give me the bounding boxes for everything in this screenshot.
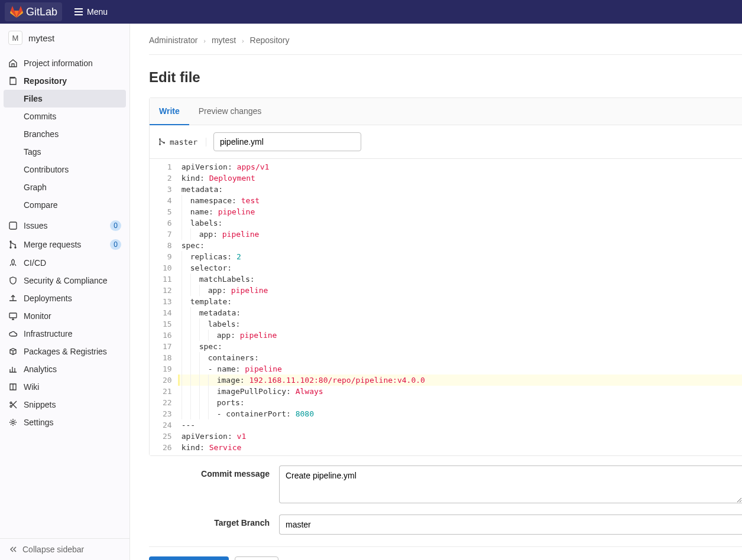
menu-label: Menu: [87, 7, 108, 17]
sidebar-item-project-info[interactable]: Project information: [0, 54, 129, 72]
svg-rect-0: [9, 222, 17, 229]
sidebar-sub-files[interactable]: Files: [4, 90, 126, 108]
mrs-badge: 0: [110, 239, 121, 250]
commit-message-input[interactable]: [279, 465, 742, 503]
project-avatar: M: [8, 31, 22, 45]
repository-icon: [8, 76, 18, 86]
chart-icon: [8, 364, 18, 374]
sidebar-item-infrastructure[interactable]: Infrastructure: [0, 325, 129, 343]
project-name: mytest: [28, 33, 54, 43]
sidebar-sub-graph[interactable]: Graph: [0, 178, 129, 196]
deployments-icon: [8, 294, 18, 303]
sidebar-sub-branches[interactable]: Branches: [0, 125, 129, 143]
rocket-icon: [8, 258, 18, 268]
shield-icon: [8, 276, 18, 285]
sidebar-item-issues[interactable]: Issues 0: [0, 216, 129, 235]
branch-icon: [158, 138, 166, 146]
commit-button[interactable]: Commit changes: [149, 556, 229, 560]
merge-icon: [8, 240, 18, 249]
branch-display: master: [158, 138, 206, 146]
tabs: Write Preview changes: [150, 98, 742, 125]
menu-button[interactable]: Menu: [69, 5, 112, 19]
cancel-button[interactable]: Cancel: [235, 556, 278, 560]
sidebar-item-analytics[interactable]: Analytics: [0, 360, 129, 378]
book-icon: [8, 382, 18, 392]
commit-message-label: Commit message: [149, 465, 279, 478]
actions-bar: Commit changes Cancel: [149, 546, 742, 560]
sidebar-item-wiki[interactable]: Wiki: [0, 378, 129, 396]
brand-text: GitLab: [26, 6, 57, 18]
collapse-sidebar-button[interactable]: Collapse sidebar: [0, 538, 129, 560]
tab-preview[interactable]: Preview changes: [189, 98, 271, 125]
package-icon: [8, 347, 18, 356]
code-body[interactable]: apiVersion: apps/v1kind: Deploymentmetad…: [178, 159, 742, 455]
sidebar-item-deployments[interactable]: Deployments: [0, 289, 129, 307]
breadcrumb-admin[interactable]: Administrator: [149, 35, 197, 45]
filename-input[interactable]: [213, 132, 361, 151]
hamburger-icon: [74, 7, 83, 17]
sidebar: M mytest Project information Repository …: [0, 24, 130, 560]
chevrons-left-icon: [8, 545, 18, 554]
line-gutter: 1234567891011121314151617181920212223242…: [150, 159, 178, 455]
sidebar-sub-compare[interactable]: Compare: [0, 196, 129, 214]
sidebar-sub-commits[interactable]: Commits: [0, 108, 129, 125]
tab-write[interactable]: Write: [150, 98, 189, 125]
svg-point-2: [12, 421, 14, 424]
project-header[interactable]: M mytest: [0, 24, 129, 52]
code-editor[interactable]: 1234567891011121314151617181920212223242…: [150, 158, 742, 455]
gitlab-icon: [9, 5, 24, 19]
svg-rect-1: [9, 313, 17, 318]
sidebar-item-repository[interactable]: Repository: [0, 72, 129, 90]
target-branch-input[interactable]: [279, 515, 742, 535]
commit-message-row: Commit message: [149, 456, 742, 505]
monitor-icon: [8, 311, 18, 321]
main-content: Administrator › mytest › Repository Edit…: [130, 24, 742, 560]
gitlab-logo[interactable]: GitLab: [5, 2, 62, 21]
sidebar-item-settings[interactable]: Settings: [0, 414, 129, 431]
cloud-icon: [8, 329, 18, 338]
breadcrumb-repository[interactable]: Repository: [250, 35, 290, 45]
branch-name: master: [170, 138, 197, 146]
scissors-icon: [8, 400, 18, 409]
sidebar-sub-contributors[interactable]: Contributors: [0, 161, 129, 178]
file-bar: master: [150, 125, 742, 158]
target-branch-label: Target Branch: [149, 515, 279, 528]
breadcrumb-project[interactable]: mytest: [212, 35, 236, 45]
breadcrumb: Administrator › mytest › Repository: [149, 35, 742, 55]
sidebar-item-merge-requests[interactable]: Merge requests 0: [0, 235, 129, 254]
sidebar-item-packages[interactable]: Packages & Registries: [0, 343, 129, 360]
issues-icon: [8, 221, 18, 230]
target-branch-row: Target Branch: [149, 505, 742, 535]
sidebar-item-cicd[interactable]: CI/CD: [0, 254, 129, 272]
sidebar-item-monitor[interactable]: Monitor: [0, 307, 129, 325]
page-title: Edit file: [149, 69, 742, 86]
editor-panel: Write Preview changes master 12345678910…: [149, 97, 742, 456]
gear-icon: [8, 418, 18, 427]
issues-badge: 0: [110, 220, 121, 231]
home-icon: [8, 58, 18, 68]
sidebar-item-snippets[interactable]: Snippets: [0, 396, 129, 414]
top-header: GitLab Menu: [0, 0, 742, 24]
sidebar-item-security[interactable]: Security & Compliance: [0, 272, 129, 289]
sidebar-sub-tags[interactable]: Tags: [0, 143, 129, 161]
